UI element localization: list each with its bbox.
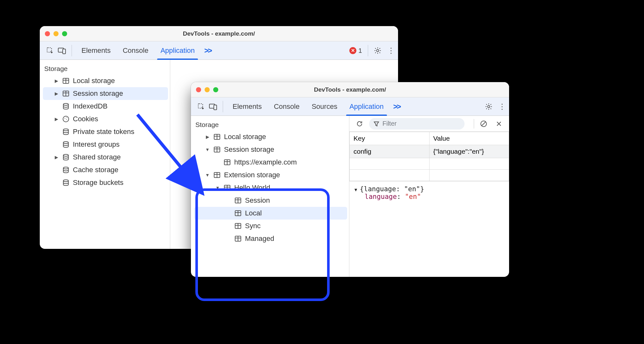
sidebar-item-session-origin[interactable]: https://example.com: [194, 156, 347, 169]
sidebar-item-label: Sync: [245, 222, 261, 230]
sidebar-item-private-state-tokens[interactable]: Private state tokens: [43, 125, 168, 138]
tab-elements[interactable]: Elements: [227, 97, 268, 116]
tab-application[interactable]: Application: [344, 97, 389, 116]
zoom-window-button[interactable]: [62, 31, 67, 36]
viewer-property-row[interactable]: language: "en": [354, 193, 504, 200]
sidebar-item-ext-local[interactable]: Local: [194, 207, 347, 220]
minimize-window-button[interactable]: [205, 87, 210, 92]
sidebar-item-label: Cookies: [73, 115, 98, 123]
table-row-empty[interactable]: [350, 158, 509, 170]
viewer-summary: {language: "en"}: [360, 185, 424, 193]
traffic-lights: [196, 87, 218, 92]
sidebar-item-hello-world[interactable]: ▼ Hello World: [194, 181, 347, 194]
sidebar-item-label: https://example.com: [234, 158, 297, 166]
table-icon: [234, 197, 242, 204]
close-window-button[interactable]: [196, 87, 201, 92]
traffic-lights: [45, 31, 67, 36]
kebab-icon[interactable]: ⋮: [384, 46, 398, 55]
sidebar-item-shared-storage[interactable]: ▶ Shared storage: [43, 151, 168, 164]
error-count-value: 1: [358, 47, 362, 54]
titlebar: DevTools - example.com/: [191, 82, 509, 97]
refresh-icon[interactable]: [354, 118, 365, 130]
viewer-summary-row[interactable]: ▼ {language: "en"}: [354, 185, 504, 193]
sidebar: Storage ▶ Local storage ▼ Session storag…: [191, 116, 349, 277]
tab-console[interactable]: Console: [268, 97, 305, 116]
zoom-window-button[interactable]: [213, 87, 218, 92]
database-icon: [62, 141, 70, 148]
filter-icon: [374, 121, 379, 127]
sidebar-item-ext-sync[interactable]: Sync: [194, 220, 347, 232]
sidebar-item-local-storage[interactable]: ▶ Local storage: [43, 74, 168, 87]
svg-rect-18: [214, 105, 217, 110]
close-window-button[interactable]: [45, 31, 50, 36]
sidebar-item-label: Local: [245, 209, 262, 217]
device-toolbar-icon[interactable]: [207, 101, 219, 112]
database-icon: [62, 153, 70, 161]
col-key[interactable]: Key: [350, 132, 430, 145]
error-icon: ✕: [349, 47, 356, 54]
delete-icon[interactable]: [493, 118, 505, 130]
database-icon: [62, 179, 70, 186]
chevron-down-icon: ▼: [205, 147, 210, 152]
sidebar-item-extension-storage[interactable]: ▼ Extension storage: [194, 169, 347, 181]
database-icon: [62, 128, 70, 136]
filter-placeholder: Filter: [382, 120, 396, 127]
svg-point-10: [66, 117, 67, 118]
sidebar-item-local-storage[interactable]: ▶ Local storage: [194, 130, 347, 143]
svg-point-9: [66, 119, 67, 120]
sidebar-item-ext-session[interactable]: Session: [194, 194, 347, 207]
separator: [368, 45, 368, 56]
cell-value: {"language":"en"}: [429, 145, 509, 158]
sidebar-item-session-storage[interactable]: ▶ Session storage: [43, 87, 168, 100]
filter-input[interactable]: Filter: [369, 118, 465, 130]
gear-icon[interactable]: [372, 45, 383, 56]
table-row-empty[interactable]: [350, 170, 509, 181]
gear-icon[interactable]: [483, 101, 494, 112]
inspect-icon[interactable]: [44, 45, 56, 56]
svg-point-13: [63, 154, 68, 156]
sidebar-item-ext-managed[interactable]: Managed: [194, 232, 347, 245]
cell-key: config: [350, 145, 430, 158]
chevron-down-icon: ▼: [215, 185, 220, 190]
cookie-icon: [62, 115, 70, 123]
table-icon: [62, 90, 70, 97]
tab-elements[interactable]: Elements: [76, 41, 116, 60]
sidebar-item-label: Session: [245, 196, 270, 205]
sidebar-item-storage-buckets[interactable]: Storage buckets: [43, 176, 168, 189]
minimize-window-button[interactable]: [53, 31, 59, 36]
tab-sources[interactable]: Sources: [306, 97, 343, 116]
sidebar-item-cache-storage[interactable]: Cache storage: [43, 164, 168, 176]
table-row[interactable]: config {"language":"en"}: [350, 145, 509, 158]
svg-point-12: [63, 142, 68, 144]
devtools-window-b: DevTools - example.com/ Elements Console…: [191, 82, 509, 277]
device-toolbar-icon[interactable]: [56, 45, 68, 56]
table-icon: [234, 209, 242, 217]
tab-application[interactable]: Application: [155, 41, 200, 60]
table-icon: [234, 235, 242, 242]
clear-all-icon[interactable]: [478, 118, 489, 130]
tabbar: Elements Console Sources Application >> …: [191, 97, 509, 116]
inspect-icon[interactable]: [195, 101, 207, 112]
sidebar: Storage ▶ Local storage ▶ Session storag…: [40, 60, 170, 249]
table-icon: [234, 222, 242, 230]
table-icon: [213, 171, 221, 179]
tab-console[interactable]: Console: [117, 41, 154, 60]
col-value[interactable]: Value: [429, 132, 509, 145]
sidebar-item-session-storage[interactable]: ▼ Session storage: [194, 143, 347, 156]
svg-point-11: [63, 129, 68, 131]
kebab-icon[interactable]: ⋮: [495, 102, 509, 111]
error-count[interactable]: ✕ 1: [349, 47, 362, 54]
more-tabs-icon[interactable]: >>: [201, 46, 214, 55]
sidebar-item-label: Shared storage: [73, 153, 121, 161]
more-tabs-icon[interactable]: >>: [390, 102, 403, 111]
viewer-key: language: [365, 193, 397, 200]
separator: [474, 119, 474, 129]
tabbar: Elements Console Application >> ✕ 1 ⋮: [40, 41, 398, 60]
table-icon: [213, 133, 221, 141]
table-icon: [223, 184, 231, 192]
sidebar-item-indexeddb[interactable]: IndexedDB: [43, 100, 168, 113]
sidebar-item-interest-groups[interactable]: Interest groups: [43, 138, 168, 151]
database-icon: [62, 102, 70, 110]
chevron-right-icon: ▶: [54, 91, 59, 96]
sidebar-item-cookies[interactable]: ▶ Cookies: [43, 113, 168, 125]
